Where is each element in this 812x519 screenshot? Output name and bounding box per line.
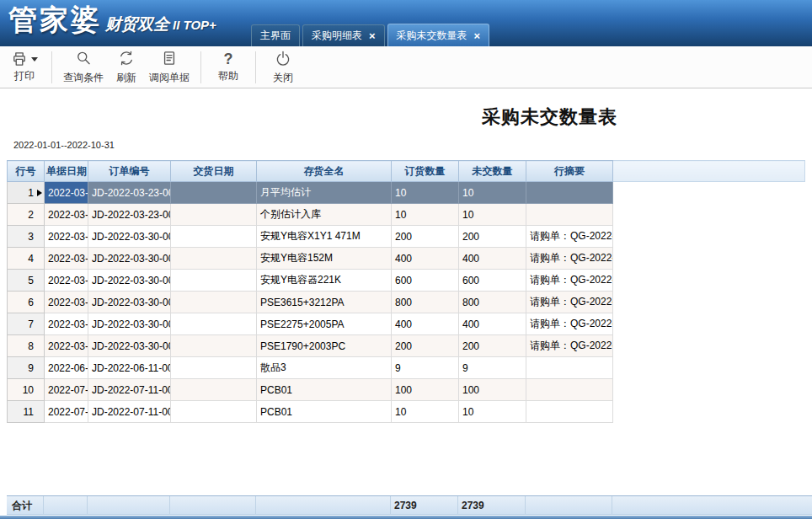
col-header-doc-date[interactable]: 单据日期 [45, 161, 88, 182]
cell-item-name[interactable]: 安规Y电容152M [257, 248, 392, 270]
cell-row-no[interactable]: 8 [8, 335, 45, 357]
cell-doc-date[interactable]: 2022-06- [45, 357, 88, 379]
cell-remark[interactable]: 请购单：QG-2022-0 [526, 248, 613, 270]
cell-row-no[interactable]: 3 [8, 226, 45, 248]
help-button[interactable]: ? 帮助 [209, 48, 248, 87]
cell-undelivered-qty[interactable]: 200 [459, 335, 526, 357]
cell-doc-date[interactable]: 2022-03- [45, 248, 88, 270]
cell-delivery-date[interactable] [171, 292, 257, 313]
cell-delivery-date[interactable] [171, 182, 257, 204]
cell-doc-date[interactable]: 2022-03- [45, 226, 88, 248]
cell-row-no[interactable]: 9 [8, 357, 45, 379]
cell-remark[interactable]: 请购单：QG-2022-0 [526, 270, 613, 292]
table-row[interactable]: 72022-03-JD-2022-03-30-000PSE2275+2005PA… [8, 313, 805, 335]
cell-item-name[interactable]: PCB01 [257, 401, 392, 423]
tab-purchase-detail[interactable]: 采购明细表 × [302, 24, 385, 46]
cell-row-no[interactable]: 5 [8, 270, 45, 292]
cell-item-name[interactable]: PSE3615+3212PA [257, 292, 392, 313]
cell-delivery-date[interactable] [171, 379, 257, 401]
cell-order-qty[interactable]: 10 [392, 182, 459, 204]
col-header-undelivered-qty[interactable]: 未交数量 [459, 161, 526, 182]
cell-remark[interactable] [526, 379, 613, 401]
cell-doc-date[interactable]: 2022-03- [45, 292, 88, 313]
cell-delivery-date[interactable] [171, 335, 257, 357]
cell-order-no[interactable]: JD-2022-07-11-000 [88, 379, 171, 401]
cell-row-no[interactable]: 1 [8, 182, 45, 204]
table-row[interactable]: 12022-03-JD-2022-03-23-000月平均估计1010 [8, 182, 805, 204]
cell-remark[interactable] [526, 357, 613, 379]
cell-order-qty[interactable]: 800 [392, 292, 459, 313]
cell-doc-date[interactable]: 2022-03- [45, 313, 88, 335]
close-button[interactable]: 关闭 [264, 48, 302, 87]
table-row[interactable]: 42022-03-JD-2022-03-30-000安规Y电容152M40040… [8, 248, 805, 270]
table-row[interactable]: 92022-06-JD-2022-06-11-000散品399 [8, 357, 805, 379]
cell-order-no[interactable]: JD-2022-03-30-000 [88, 335, 171, 357]
cell-item-name[interactable]: 个别估计入库 [257, 204, 392, 226]
cell-undelivered-qty[interactable]: 600 [459, 270, 526, 292]
tab-close-icon[interactable]: × [369, 30, 376, 41]
query-conditions-button[interactable]: 查询条件 [60, 48, 107, 87]
cell-doc-date[interactable]: 2022-03- [45, 204, 88, 226]
cell-order-no[interactable]: JD-2022-03-30-000 [88, 292, 171, 313]
cell-delivery-date[interactable] [171, 226, 257, 248]
col-header-row-no[interactable]: 行号 [8, 161, 45, 182]
cell-remark[interactable]: 请购单：QG-2022-0 [526, 335, 613, 357]
cell-item-name[interactable]: 安规Y电容X1Y1 471M [257, 226, 392, 248]
cell-order-qty[interactable]: 10 [392, 401, 459, 423]
cell-order-qty[interactable]: 9 [392, 357, 459, 379]
cell-undelivered-qty[interactable]: 10 [459, 182, 526, 204]
cell-doc-date[interactable]: 2022-03- [45, 270, 88, 292]
cell-remark[interactable] [526, 204, 613, 226]
cell-order-no[interactable]: JD-2022-03-30-000 [88, 226, 171, 248]
cell-item-name[interactable]: 散品3 [257, 357, 392, 379]
cell-order-no[interactable]: JD-2022-07-11-000 [88, 401, 171, 423]
cell-order-no[interactable]: JD-2022-03-23-000 [88, 182, 171, 204]
table-row[interactable]: 32022-03-JD-2022-03-30-000安规Y电容X1Y1 471M… [8, 226, 805, 248]
cell-order-qty[interactable]: 400 [392, 313, 459, 335]
cell-undelivered-qty[interactable]: 10 [459, 401, 526, 423]
cell-row-no[interactable]: 7 [8, 313, 45, 335]
cell-row-no[interactable]: 4 [8, 248, 45, 270]
table-row[interactable]: 62022-03-JD-2022-03-30-000PSE3615+3212PA… [8, 292, 805, 313]
cell-item-name[interactable]: PCB01 [257, 379, 392, 401]
col-header-remark[interactable]: 行摘要 [526, 161, 613, 182]
cell-delivery-date[interactable] [171, 204, 257, 226]
cell-delivery-date[interactable] [171, 313, 257, 335]
cell-item-name[interactable]: PSE2275+2005PA [257, 313, 392, 335]
refresh-button[interactable]: 刷新 [107, 48, 146, 87]
tab-purchase-undelivered[interactable]: 采购未交数量表 × [387, 24, 490, 46]
cell-item-name[interactable]: 安规Y电容器221K [257, 270, 392, 292]
col-header-order-qty[interactable]: 订货数量 [392, 161, 459, 182]
cell-order-qty[interactable]: 10 [392, 204, 459, 226]
print-dropdown-caret-icon[interactable] [31, 57, 38, 62]
view-document-button[interactable]: 调阅单据 [146, 48, 193, 87]
cell-doc-date[interactable]: 2022-03- [45, 182, 88, 204]
cell-delivery-date[interactable] [171, 248, 257, 270]
cell-order-qty[interactable]: 200 [392, 226, 459, 248]
cell-delivery-date[interactable] [171, 357, 257, 379]
cell-order-qty[interactable]: 200 [392, 335, 459, 357]
cell-doc-date[interactable]: 2022-03- [45, 335, 88, 357]
cell-undelivered-qty[interactable]: 100 [459, 379, 526, 401]
cell-order-no[interactable]: JD-2022-06-11-000 [88, 357, 171, 379]
cell-row-no[interactable]: 10 [8, 379, 45, 401]
print-button[interactable]: 打印 [5, 48, 44, 87]
table-row[interactable]: 22022-03-JD-2022-03-23-000个别估计入库1010 [8, 204, 805, 226]
cell-remark[interactable]: 请购单：QG-2022-0 [526, 313, 613, 335]
cell-undelivered-qty[interactable]: 800 [459, 292, 526, 313]
cell-row-no[interactable]: 6 [8, 292, 45, 313]
cell-undelivered-qty[interactable]: 400 [459, 248, 526, 270]
cell-undelivered-qty[interactable]: 400 [459, 313, 526, 335]
cell-doc-date[interactable]: 2022-07- [45, 401, 88, 423]
table-row[interactable]: 112022-07-JD-2022-07-11-000PCB011010 [8, 401, 805, 423]
cell-order-no[interactable]: JD-2022-03-30-000 [88, 248, 171, 270]
cell-row-no[interactable]: 2 [8, 204, 45, 226]
cell-order-qty[interactable]: 600 [392, 270, 459, 292]
table-row[interactable]: 82022-03-JD-2022-03-30-000PSE1790+2003PC… [8, 335, 805, 357]
cell-remark[interactable] [526, 182, 613, 204]
cell-item-name[interactable]: PSE1790+2003PC [257, 335, 392, 357]
cell-delivery-date[interactable] [171, 401, 257, 423]
tab-close-icon[interactable]: × [474, 30, 481, 41]
cell-undelivered-qty[interactable]: 10 [459, 204, 526, 226]
cell-item-name[interactable]: 月平均估计 [257, 182, 392, 204]
